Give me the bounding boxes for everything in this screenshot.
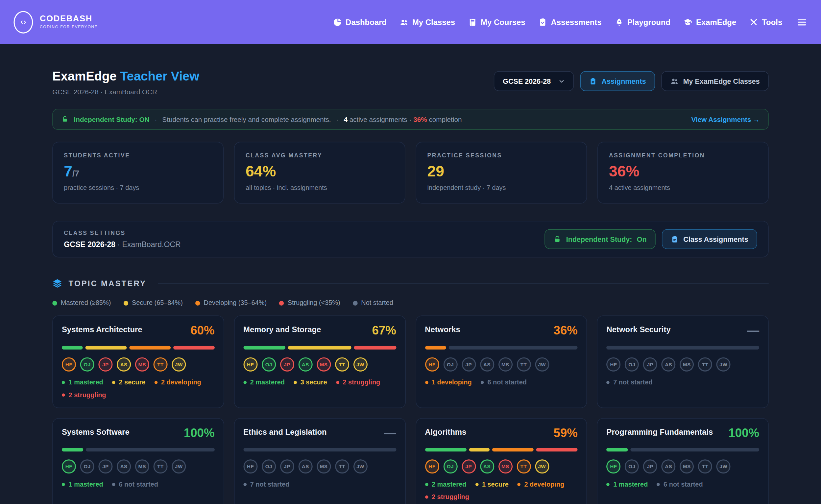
avatar-jw[interactable]: JW [172, 460, 186, 474]
avatar-tt[interactable]: TT [517, 460, 531, 474]
avatar-oj[interactable]: OJ [80, 357, 94, 371]
avatar-as[interactable]: AS [662, 357, 676, 371]
stat-value-number: 64% [246, 163, 276, 179]
avatar-jp[interactable]: JP [98, 357, 112, 371]
hamburger-icon[interactable] [796, 16, 807, 27]
topic-name: Ethics and Legislation [243, 427, 327, 436]
nav-item-playground[interactable]: Playground [615, 17, 670, 26]
avatar-jp[interactable]: JP [462, 460, 476, 474]
avatar-hf[interactable]: HF [62, 460, 76, 474]
avatar-as[interactable]: AS [480, 460, 494, 474]
topic-stat-label: 2 developing [524, 481, 564, 488]
topic-card-systems-architecture: Systems Architecture60%HFOJJPASMSTTJW1 m… [52, 315, 224, 408]
avatar-ms[interactable]: MS [317, 357, 331, 371]
avatar-jp[interactable]: JP [643, 460, 657, 474]
brand-logo-block[interactable]: CODEBASH CODING FOR EVERYONE [13, 11, 98, 33]
nav-item-assessments[interactable]: Assessments [538, 17, 601, 26]
assignments-button[interactable]: Assignments [580, 71, 655, 91]
view-assignments-link[interactable]: View Assignments → [691, 115, 760, 123]
topic-name: Algorithms [425, 427, 466, 436]
topic-card-memory-and-storage: Memory and Storage67%HFOJJPASMSTTJW2 mas… [234, 315, 405, 408]
avatar-hf[interactable]: HF [243, 460, 257, 474]
nav-item-examedge[interactable]: ExamEdge [684, 17, 736, 26]
avatar-tt[interactable]: TT [153, 460, 168, 474]
nav-item-tools[interactable]: Tools [749, 17, 782, 26]
avatar-tt[interactable]: TT [335, 460, 349, 474]
avatar-hf[interactable]: HF [62, 357, 76, 371]
my-examedge-classes-button[interactable]: My ExamEdge Classes [661, 71, 769, 91]
avatar-oj[interactable]: OJ [262, 460, 276, 474]
avatar-tt[interactable]: TT [517, 357, 531, 371]
avatar-hf[interactable]: HF [607, 357, 621, 371]
avatar-oj[interactable]: OJ [443, 460, 458, 474]
banner-assignments-summary: 4 active assignments · 36% completion [343, 115, 462, 123]
avatar-jp[interactable]: JP [462, 357, 476, 371]
avatar-jw[interactable]: JW [535, 357, 549, 371]
bar-segment-track [631, 448, 759, 452]
topic-card-header: Algorithms59% [425, 427, 578, 438]
avatar-jw[interactable]: JW [716, 460, 731, 474]
avatar-hf[interactable]: HF [243, 357, 257, 371]
nav-item-my-courses[interactable]: My Courses [468, 17, 526, 26]
avatar-tt[interactable]: TT [698, 357, 712, 371]
topic-stat-1-mastered: 1 mastered [62, 378, 103, 386]
avatar-jw[interactable]: JW [353, 357, 367, 371]
avatar-as[interactable]: AS [117, 460, 131, 474]
avatar-tt[interactable]: TT [698, 460, 712, 474]
topic-stats-row: 2 mastered1 secure2 developing [425, 481, 578, 488]
topic-card-programming-fundamentals: Programming Fundamentals100%HFOJJPASMSTT… [597, 418, 769, 504]
nav-item-my-classes[interactable]: My Classes [400, 17, 455, 26]
avatar-oj[interactable]: OJ [625, 357, 639, 371]
stats-grid: STUDENTS ACTIVE7/7practice sessions · 7 … [52, 142, 769, 204]
topic-stat-label: 7 not started [250, 481, 289, 488]
avatar-jw[interactable]: JW [172, 357, 186, 371]
legend-item-mastered: Mastered (≥85%) [52, 299, 111, 307]
avatar-tt[interactable]: TT [153, 357, 168, 371]
avatar-hf[interactable]: HF [425, 460, 439, 474]
topic-stats-row: 1 mastered2 secure2 developing [62, 378, 215, 386]
topic-stat-label: 2 struggling [432, 493, 469, 501]
topic-stats-row: 1 developing6 not started [425, 378, 578, 386]
avatar-as[interactable]: AS [480, 357, 494, 371]
avatar-as[interactable]: AS [662, 460, 676, 474]
class-assignments-button[interactable]: Class Assignments [662, 229, 757, 249]
avatar-jw[interactable]: JW [535, 460, 549, 474]
avatar-ms[interactable]: MS [498, 357, 512, 371]
class-select[interactable]: GCSE 2026-28 [494, 71, 574, 91]
avatar-jp[interactable]: JP [98, 460, 112, 474]
page-subtitle: GCSE 2026-28 · ExamBoard.OCR [52, 88, 199, 96]
avatar-ms[interactable]: MS [135, 357, 149, 371]
avatar-as[interactable]: AS [298, 460, 312, 474]
avatar-jp[interactable]: JP [280, 357, 294, 371]
avatar-as[interactable]: AS [117, 357, 131, 371]
stat-dot [481, 381, 484, 384]
avatar-oj[interactable]: OJ [262, 357, 276, 371]
avatar-as[interactable]: AS [298, 357, 312, 371]
avatar-oj[interactable]: OJ [443, 357, 458, 371]
avatar-oj[interactable]: OJ [80, 460, 94, 474]
topic-stat-1-mastered: 1 mastered [607, 481, 648, 488]
avatar-hf[interactable]: HF [607, 460, 621, 474]
avatar-ms[interactable]: MS [680, 460, 694, 474]
nav-item-label: Dashboard [345, 17, 387, 26]
avatar-ms[interactable]: MS [317, 460, 331, 474]
topic-mastery-percent: 100% [728, 427, 759, 438]
avatar-ms[interactable]: MS [135, 460, 149, 474]
avatar-jp[interactable]: JP [643, 357, 657, 371]
nav-item-label: Tools [762, 17, 782, 26]
avatar-hf[interactable]: HF [425, 357, 439, 371]
banner-count: 4 [343, 115, 347, 123]
legend-label: Struggling (<35%) [288, 299, 340, 307]
avatar-oj[interactable]: OJ [625, 460, 639, 474]
independent-study-toggle[interactable]: Independent Study: On [545, 229, 656, 249]
avatar-ms[interactable]: MS [498, 460, 512, 474]
avatar-jw[interactable]: JW [353, 460, 367, 474]
nav-item-dashboard[interactable]: Dashboard [333, 17, 387, 26]
avatar-jp[interactable]: JP [280, 460, 294, 474]
avatar-tt[interactable]: TT [335, 357, 349, 371]
class-settings-value: GCSE 2026-28 · ExamBoard.OCR [64, 240, 181, 248]
avatar-jw[interactable]: JW [716, 357, 731, 371]
legend-label: Mastered (≥85%) [61, 299, 111, 307]
topic-card-header: Networks36% [425, 325, 578, 336]
avatar-ms[interactable]: MS [680, 357, 694, 371]
